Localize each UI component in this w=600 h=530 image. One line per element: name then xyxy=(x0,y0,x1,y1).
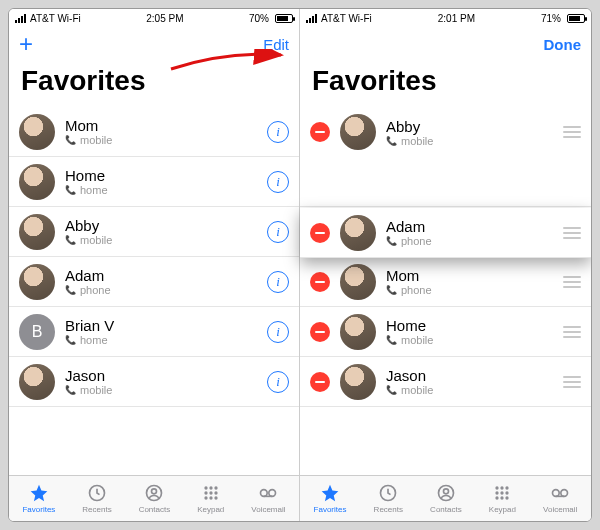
tab-keypad[interactable]: Keypad xyxy=(489,483,516,514)
contact-name: Mom xyxy=(65,117,267,134)
drag-handle-icon[interactable] xyxy=(561,376,581,388)
tab-bar: Favorites Recents Contacts Keypad xyxy=(9,475,299,521)
clock-icon xyxy=(378,483,398,503)
phone-icon: 📞 xyxy=(65,385,76,395)
done-button[interactable]: Done xyxy=(544,36,582,53)
favorite-row-edit[interactable]: Home📞mobile xyxy=(300,307,591,357)
avatar xyxy=(340,114,376,150)
page-title: Favorites xyxy=(9,61,299,107)
delete-row-button[interactable] xyxy=(310,122,330,142)
tab-contacts[interactable]: Contacts xyxy=(430,483,462,514)
delete-row-button[interactable] xyxy=(310,272,330,292)
phone-icon: 📞 xyxy=(386,285,397,295)
svg-point-17 xyxy=(496,486,499,489)
avatar xyxy=(19,214,55,250)
favorite-row-edit[interactable]: Mom📞phone xyxy=(300,257,591,307)
phone-icon: 📞 xyxy=(386,335,397,345)
drag-handle-icon[interactable] xyxy=(561,276,581,288)
svg-point-7 xyxy=(209,491,212,494)
tab-contacts[interactable]: Contacts xyxy=(139,483,171,514)
avatar xyxy=(19,164,55,200)
svg-point-26 xyxy=(553,490,560,497)
drag-handle-icon[interactable] xyxy=(561,326,581,338)
favorites-list: Mom📞mobileiHome📞homeiAbby📞mobileiAdam📞ph… xyxy=(9,107,299,475)
clock-icon xyxy=(87,483,107,503)
voicemail-icon xyxy=(258,483,278,503)
keypad-icon xyxy=(201,483,221,503)
avatar xyxy=(340,314,376,350)
signal-icon xyxy=(306,14,317,23)
drag-handle-icon[interactable] xyxy=(561,227,581,239)
delete-row-button[interactable] xyxy=(310,372,330,392)
svg-point-12 xyxy=(261,490,268,497)
carrier: AT&T Wi-Fi xyxy=(30,13,81,24)
svg-point-8 xyxy=(214,491,217,494)
contact-name: Jason xyxy=(386,367,561,384)
edit-button[interactable]: Edit xyxy=(263,36,289,53)
delete-row-button[interactable] xyxy=(310,322,330,342)
contact-subtype: 📞mobile xyxy=(386,334,561,346)
contact-name: Abby xyxy=(386,118,561,135)
svg-point-20 xyxy=(496,491,499,494)
svg-point-16 xyxy=(443,489,448,494)
contact-subtype: 📞 phone xyxy=(386,235,561,247)
contact-subtype: 📞phone xyxy=(386,284,561,296)
info-button[interactable]: i xyxy=(267,321,289,343)
contact-subtype: 📞home xyxy=(65,184,267,196)
info-button[interactable]: i xyxy=(267,371,289,393)
info-button[interactable]: i xyxy=(267,271,289,293)
tab-voicemail[interactable]: Voicemail xyxy=(543,483,577,514)
avatar xyxy=(19,114,55,150)
favorite-row-edit[interactable]: Abby📞mobile xyxy=(300,107,591,157)
phone-icon: 📞 xyxy=(65,285,76,295)
contact-subtype: 📞mobile xyxy=(65,234,267,246)
tab-voicemail[interactable]: Voicemail xyxy=(251,483,285,514)
tab-recents[interactable]: Recents xyxy=(374,483,403,514)
favorite-row-edit[interactable]: Jason📞mobile xyxy=(300,357,591,407)
contact-name: Abby xyxy=(65,217,267,234)
avatar xyxy=(340,264,376,300)
keypad-icon xyxy=(492,483,512,503)
favorite-row[interactable]: Jason📞mobilei xyxy=(9,357,299,407)
contact-name: Home xyxy=(386,317,561,334)
contact-subtype: 📞home xyxy=(65,334,267,346)
tab-keypad[interactable]: Keypad xyxy=(197,483,224,514)
clock: 2:05 PM xyxy=(146,13,183,24)
nav-bar: + Edit xyxy=(9,27,299,61)
star-icon xyxy=(29,483,49,503)
svg-point-21 xyxy=(501,491,504,494)
info-button[interactable]: i xyxy=(267,221,289,243)
avatar xyxy=(340,215,376,251)
svg-point-19 xyxy=(506,486,509,489)
contact-subtype: 📞mobile xyxy=(386,135,561,147)
svg-point-18 xyxy=(501,486,504,489)
delete-row-button[interactable] xyxy=(310,223,330,243)
tab-favorites[interactable]: Favorites xyxy=(314,483,347,514)
info-button[interactable]: i xyxy=(267,121,289,143)
phone-icon: 📞 xyxy=(65,335,76,345)
phone-icon: 📞 xyxy=(386,236,397,246)
tab-favorites[interactable]: Favorites xyxy=(22,483,55,514)
dragging-row[interactable]: Adam 📞 phone xyxy=(300,208,591,258)
favorite-row[interactable]: Mom📞mobilei xyxy=(9,107,299,157)
tab-recents[interactable]: Recents xyxy=(82,483,111,514)
svg-point-2 xyxy=(152,489,157,494)
nav-bar: Done xyxy=(300,27,591,61)
favorite-row[interactable]: Adam📞phonei xyxy=(9,257,299,307)
svg-point-13 xyxy=(269,490,276,497)
favorite-row[interactable]: Home📞homei xyxy=(9,157,299,207)
svg-point-11 xyxy=(214,496,217,499)
page-title: Favorites xyxy=(300,61,591,107)
phone-icon: 📞 xyxy=(65,135,76,145)
phone-icon: 📞 xyxy=(65,235,76,245)
svg-point-4 xyxy=(209,486,212,489)
contact-name: Home xyxy=(65,167,267,184)
contact-icon xyxy=(144,483,164,503)
info-button[interactable]: i xyxy=(267,171,289,193)
drag-handle-icon[interactable] xyxy=(561,126,581,138)
svg-point-6 xyxy=(204,491,207,494)
favorite-row[interactable]: Abby📞mobilei xyxy=(9,207,299,257)
favorite-row[interactable]: BBrian V📞homei xyxy=(9,307,299,357)
avatar: B xyxy=(19,314,55,350)
svg-point-10 xyxy=(209,496,212,499)
